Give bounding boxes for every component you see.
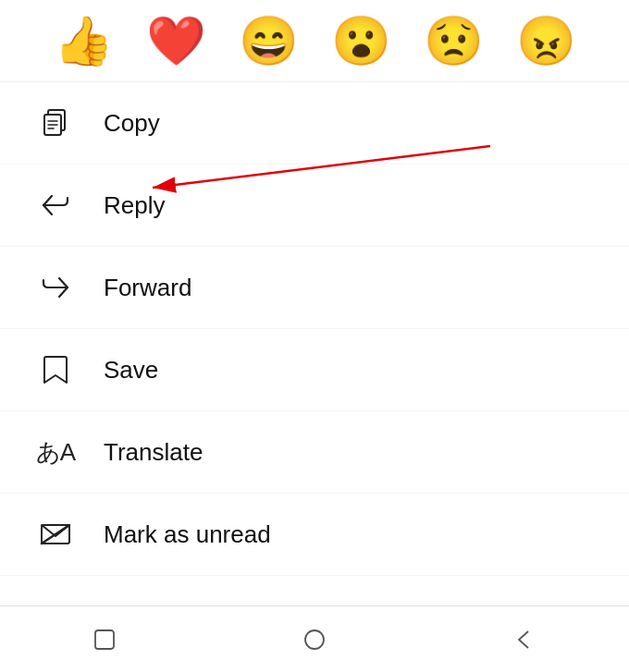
forward-label: Forward (104, 274, 191, 302)
nav-home-button[interactable] (281, 606, 348, 673)
menu-item-copy[interactable]: Copy (0, 82, 629, 165)
copy-icon (33, 101, 78, 145)
emoji-angry[interactable]: 😠 (516, 17, 576, 65)
svg-rect-9 (95, 630, 114, 649)
menu-item-reply[interactable]: Reply (0, 165, 629, 247)
menu-item-forward[interactable]: Forward (0, 247, 629, 329)
bookmark-icon (33, 348, 78, 392)
bottom-navigation-bar (0, 605, 629, 672)
svg-point-10 (305, 630, 324, 649)
forward-icon (33, 265, 78, 310)
emoji-worried[interactable]: 😟 (424, 17, 484, 65)
translate-icon: あA (33, 430, 78, 474)
menu-item-translate[interactable]: あA Translate (0, 411, 629, 494)
nav-back-button[interactable] (491, 606, 558, 673)
emoji-thumbs-up[interactable]: 👍 (54, 17, 114, 65)
menu-item-mark-unread[interactable]: Mark as unread (0, 494, 629, 576)
mark-unread-icon (33, 512, 78, 556)
reply-icon (33, 183, 78, 227)
menu-item-save[interactable]: Save (0, 329, 629, 411)
mark-unread-label: Mark as unread (104, 520, 271, 549)
emoji-reaction-bar: 👍 ❤️ 😄 😮 😟 😠 (0, 0, 629, 82)
translate-label: Translate (104, 438, 203, 467)
emoji-heart[interactable]: ❤️ (146, 17, 206, 65)
context-menu: Copy Reply Forward Save (0, 82, 629, 576)
nav-recents-button[interactable] (71, 606, 138, 673)
emoji-grin[interactable]: 😄 (239, 17, 299, 65)
copy-label: Copy (104, 109, 160, 138)
reply-label: Reply (104, 191, 165, 220)
emoji-surprised[interactable]: 😮 (331, 17, 391, 65)
save-label: Save (104, 356, 158, 385)
